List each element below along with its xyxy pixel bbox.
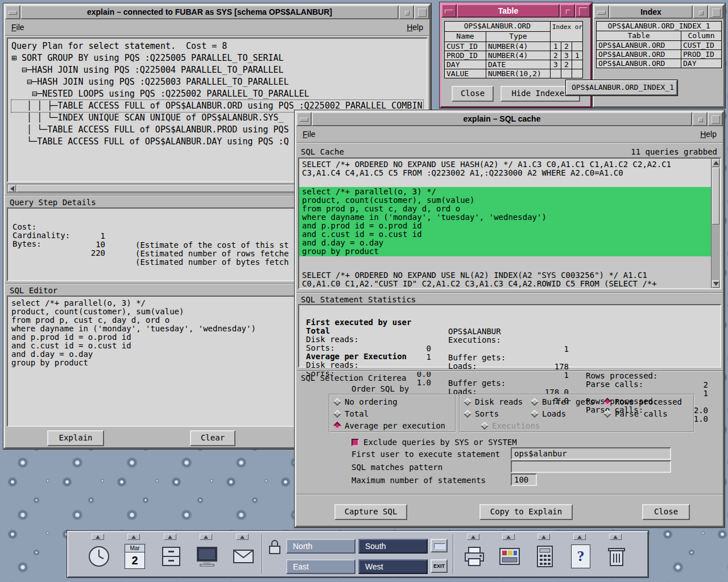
file-menu[interactable]: File <box>299 128 320 140</box>
subpanel-arrow-icon[interactable] <box>236 534 249 540</box>
stats-row: Sorts: 1.0 Loads: 1.0 Parse calls: 1.0 <box>304 360 715 368</box>
exclude-sys-checkbox[interactable]: Exclude queries by SYS or SYSTEM <box>351 437 517 447</box>
workspace-button-west[interactable]: West <box>358 559 428 574</box>
query-plan-header: Query Plan for select statement. Cost = … <box>11 40 423 52</box>
calendar-icon[interactable]: Mar 2 <box>120 540 150 573</box>
vertical-scrollbar[interactable] <box>711 159 720 288</box>
subpanel-arrow-icon[interactable] <box>537 534 550 540</box>
query-step-details-label: Query Step Details <box>10 198 96 207</box>
subpanel-arrow-icon[interactable] <box>92 534 104 540</box>
radio-buffer-gets[interactable]: Buffer gets <box>532 397 595 407</box>
lock-icon[interactable] <box>267 539 282 556</box>
style-manager-icon[interactable] <box>495 540 524 573</box>
capture-sql-button[interactable]: Capture SQL <box>334 504 407 520</box>
titlebar: explain – connected to FUBAR as SYS [sch… <box>5 5 429 19</box>
printer-icon[interactable] <box>460 540 489 573</box>
subpanel-arrow-icon[interactable] <box>467 534 479 540</box>
clock-icon[interactable] <box>84 540 114 573</box>
index-selector-dropdown[interactable]: OPS$ALANBUR.ORD_INDEX_1 <box>566 80 677 95</box>
calculator-icon[interactable] <box>530 540 560 573</box>
exit-button[interactable]: EXIT <box>431 559 448 573</box>
file-menu[interactable]: File <box>7 22 28 33</box>
help-icon[interactable]: ? <box>566 540 595 573</box>
close-button[interactable]: Close <box>452 86 494 102</box>
statement-statistics-label: SQL Statement Statistics <box>301 295 416 304</box>
subpanel-arrow-icon[interactable] <box>164 534 176 540</box>
trash-icon[interactable] <box>602 540 631 573</box>
maximize-button[interactable] <box>575 4 590 18</box>
window-menu-button[interactable] <box>296 112 312 126</box>
scroll-up-button[interactable] <box>712 159 719 167</box>
stats-row: Disk reads: 0 Buffer gets: 178 Rows proc… <box>304 326 715 334</box>
cache-entry-selected[interactable]: select /*+ parallel(o, 3) */ product, co… <box>299 187 711 256</box>
terminal-icon[interactable] <box>192 540 222 573</box>
subpanel-arrow-icon[interactable] <box>573 534 586 540</box>
cache-entry[interactable]: SELECT /*+ ORDERED NO_EXPAND USE_HASH(A2… <box>299 159 711 187</box>
stats-row: First executed by user OPS$ALANBUR <box>304 309 715 317</box>
calendar-month: Mar <box>125 544 144 552</box>
cache-entry[interactable]: SELECT /*+ ORDERED NO_EXPAND USE_NL(A2) … <box>299 256 711 288</box>
help-menu[interactable]: Help <box>403 22 427 33</box>
column-name-cell[interactable]: DAY <box>445 60 486 69</box>
file-manager-icon[interactable] <box>156 540 186 573</box>
selection-criteria-label: SQL Selection Criterea <box>301 373 406 383</box>
radio-diamond-icon <box>464 398 471 406</box>
cache-line: product, count(customer), sum(value) <box>302 196 708 205</box>
radio-no-ordering[interactable]: No ordering <box>334 397 398 407</box>
file-cabinet-glyph <box>159 544 184 569</box>
first-user-input[interactable] <box>511 447 671 460</box>
sql-pattern-input[interactable] <box>511 460 671 473</box>
copy-to-explain-button[interactable]: Copy to Explain <box>479 504 573 520</box>
cache-line: and c.cust_id = o.cust_id <box>302 230 708 239</box>
radio-parse-calls[interactable]: Parse calls <box>605 409 668 419</box>
workspace-button-east[interactable]: East <box>286 559 355 574</box>
workspace-button-south[interactable]: South <box>358 539 428 554</box>
scroll-down-button[interactable] <box>712 280 719 288</box>
plan-tree-node[interactable]: ⊟─NESTED LOOPS using PQS :Q225002 PARALL… <box>11 88 423 100</box>
radio-sorts[interactable]: Sorts <box>465 409 499 419</box>
subpanel-arrow-icon[interactable] <box>200 534 212 540</box>
column-name-cell[interactable]: CUST_ID <box>445 42 486 51</box>
radio-diamond-icon <box>333 410 341 418</box>
index-order-cell <box>551 69 561 78</box>
column-name-cell[interactable]: PROD_ID <box>445 51 486 60</box>
plan-tree-node[interactable]: ⊟─HASH JOIN using PQS :Q225003 PARALLEL_… <box>11 76 423 88</box>
titlebar: Table <box>441 4 590 18</box>
scroll-left-button[interactable] <box>8 185 16 192</box>
subpanel-arrow-icon[interactable] <box>609 534 622 540</box>
scrollbar-thumb[interactable] <box>712 168 719 225</box>
minimize-button[interactable] <box>560 4 575 18</box>
maximize-button[interactable] <box>414 5 429 19</box>
window-menu-button[interactable] <box>441 4 457 18</box>
mail-icon[interactable] <box>229 540 258 573</box>
padlock-glyph <box>267 539 282 556</box>
radio-rows-processed[interactable]: Rows processed <box>605 397 682 407</box>
explain-button[interactable]: Explain <box>47 430 104 446</box>
plan-tree-node[interactable]: ⊟─HASH JOIN using PQS :Q225004 PARALLEL_… <box>11 64 423 76</box>
subpanel-arrow-icon[interactable] <box>127 534 140 540</box>
maximize-button[interactable] <box>708 5 723 19</box>
window-menu-button[interactable] <box>594 5 609 19</box>
column-name-cell[interactable]: VALUE <box>445 69 486 78</box>
close-button[interactable]: Close <box>642 504 690 520</box>
radio-total[interactable]: Total <box>334 409 369 419</box>
clear-button[interactable]: Clear <box>190 430 235 446</box>
menubar: File Help <box>296 126 723 142</box>
maximize-button[interactable] <box>708 112 723 126</box>
help-menu[interactable]: Help <box>696 128 721 140</box>
workspace-button-north[interactable]: North <box>286 539 355 554</box>
index-order-cell: 2 <box>551 51 561 60</box>
radio-loads[interactable]: Loads <box>532 409 566 419</box>
panel-separator <box>453 534 454 574</box>
max-statements-input[interactable] <box>511 473 537 486</box>
subpanel-arrow-icon[interactable] <box>502 534 515 540</box>
plan-tree-node[interactable]: ⊞ SORT GROUP BY using PQS :Q225005 PARAL… <box>11 52 423 64</box>
radio-average-per-execution[interactable]: Average per execution <box>334 421 445 431</box>
minimize-button[interactable] <box>693 5 708 19</box>
down-arrow-icon <box>713 282 719 286</box>
minimize-button[interactable] <box>692 112 708 126</box>
radio-disk-reads[interactable]: Disk reads <box>465 397 523 407</box>
cache-line: C0,A1.C0 C1,A2."CUST_ID" C2,A1.C2 C3,A1.… <box>302 280 708 288</box>
minimize-button[interactable] <box>399 5 414 19</box>
window-menu-button[interactable] <box>5 5 20 19</box>
